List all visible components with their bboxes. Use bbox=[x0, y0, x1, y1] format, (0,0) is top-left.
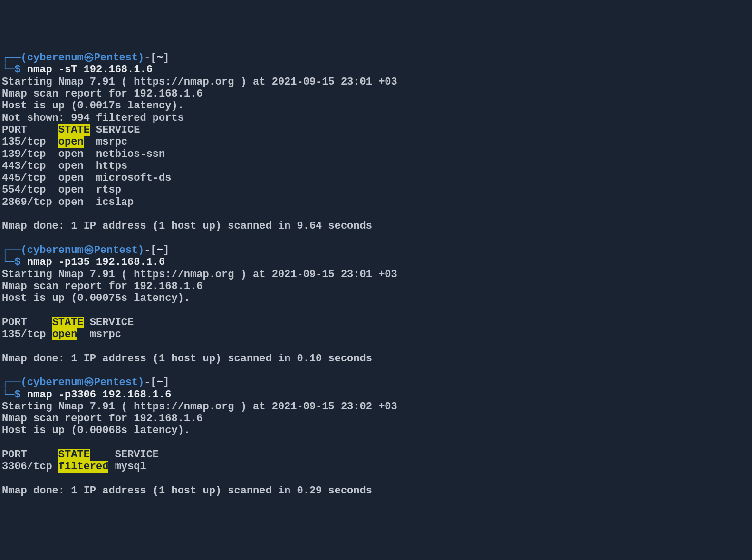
command-input[interactable]: nmap -sT 192.168.1.6 bbox=[27, 64, 153, 76]
nmap-header-port: PORT bbox=[2, 449, 58, 461]
nmap-row-state: open bbox=[58, 184, 84, 196]
prompt-bracket-close: ] bbox=[163, 52, 169, 64]
prompt-dollar: $ bbox=[14, 64, 20, 76]
nmap-row-state: open bbox=[58, 136, 84, 148]
prompt-at: ㉿ bbox=[84, 377, 94, 388]
nmap-row-port: 135/tcp bbox=[2, 136, 58, 148]
nmap-row-service: mysql bbox=[108, 461, 146, 473]
nmap-row-port: 554/tcp bbox=[2, 184, 58, 196]
nmap-row-service: msrpc bbox=[84, 136, 127, 148]
nmap-row-port: 445/tcp bbox=[2, 172, 58, 184]
nmap-row-service: rtsp bbox=[84, 184, 121, 196]
terminal-window[interactable]: ┌──(cyberenum㉿Pentest)-[~]└─$ nmap -sT 1… bbox=[2, 52, 750, 497]
prompt-bracket-open: [ bbox=[150, 244, 156, 256]
prompt-user: cyberenum bbox=[27, 244, 84, 256]
nmap-row-service: icslap bbox=[84, 196, 134, 208]
prompt-cwd: ~ bbox=[157, 52, 163, 64]
nmap-row-service: https bbox=[84, 160, 127, 172]
prompt-dash: - bbox=[144, 377, 150, 388]
prompt-dash: - bbox=[144, 52, 150, 64]
prompt-host: Pentest bbox=[94, 244, 138, 256]
prompt-paren-close: ) bbox=[138, 377, 144, 388]
nmap-row-state: open bbox=[58, 148, 84, 160]
prompt-at: ㉿ bbox=[84, 244, 94, 256]
nmap-row-state: open bbox=[58, 196, 84, 208]
nmap-report: Nmap scan report for 192.168.1.6 bbox=[2, 280, 202, 292]
prompt-user: cyberenum bbox=[27, 52, 84, 64]
prompt-at: ㉿ bbox=[84, 52, 94, 64]
prompt-paren-close: ) bbox=[138, 244, 144, 256]
prompt-dollar: $ bbox=[14, 389, 20, 401]
nmap-hostup: Host is up (0.00075s latency). bbox=[2, 292, 190, 304]
nmap-row-port: 139/tcp bbox=[2, 148, 58, 160]
nmap-starting: Starting Nmap 7.91 ( https://nmap.org ) … bbox=[2, 269, 397, 280]
nmap-header-service: SERVICE bbox=[90, 124, 140, 136]
nmap-header-state: STATE bbox=[58, 124, 90, 136]
nmap-notshown: Not shown: 994 filtered ports bbox=[2, 112, 184, 124]
nmap-starting: Starting Nmap 7.91 ( https://nmap.org ) … bbox=[2, 76, 397, 88]
prompt-box-bottom: └─ bbox=[2, 389, 14, 401]
prompt-cwd: ~ bbox=[157, 377, 163, 388]
nmap-header-state: STATE bbox=[58, 449, 90, 461]
nmap-done: Nmap done: 1 IP address (1 host up) scan… bbox=[2, 353, 372, 365]
nmap-hostup: Host is up (0.00068s latency). bbox=[2, 425, 190, 436]
nmap-report: Nmap scan report for 192.168.1.6 bbox=[2, 88, 202, 100]
prompt-dash: - bbox=[144, 244, 150, 256]
nmap-done: Nmap done: 1 IP address (1 host up) scan… bbox=[2, 220, 372, 232]
nmap-row-service: netbios-ssn bbox=[84, 148, 165, 160]
nmap-row-port: 2869/tcp bbox=[2, 196, 58, 208]
nmap-row-state: open bbox=[58, 160, 84, 172]
nmap-header-state: STATE bbox=[52, 317, 84, 328]
prompt-paren-open: ( bbox=[21, 52, 27, 64]
prompt-line-bottom: └─$ nmap -p3306 192.168.1.6 bbox=[2, 389, 750, 401]
nmap-header-service: SERVICE bbox=[84, 317, 134, 328]
prompt-cwd: ~ bbox=[157, 244, 163, 256]
nmap-row-state: open bbox=[58, 172, 84, 184]
prompt-paren-open: ( bbox=[21, 377, 27, 388]
prompt-box-bottom: └─ bbox=[2, 256, 14, 268]
nmap-row-service: microsoft-ds bbox=[84, 172, 172, 184]
prompt-line-bottom: └─$ nmap -sT 192.168.1.6 bbox=[2, 64, 750, 76]
prompt-bracket-close: ] bbox=[163, 244, 169, 256]
nmap-row-port: 443/tcp bbox=[2, 160, 58, 172]
prompt-user: cyberenum bbox=[27, 377, 84, 388]
prompt-line-top: ┌──(cyberenum㉿Pentest)-[~] bbox=[2, 244, 750, 256]
prompt-host: Pentest bbox=[94, 377, 138, 388]
nmap-row-port: 135/tcp bbox=[2, 328, 52, 340]
prompt-line-bottom: └─$ nmap -p135 192.168.1.6 bbox=[2, 256, 750, 268]
prompt-box-top: ┌── bbox=[2, 244, 21, 256]
nmap-header-service: SERVICE bbox=[90, 449, 159, 461]
prompt-host: Pentest bbox=[94, 52, 138, 64]
prompt-dollar: $ bbox=[14, 256, 20, 268]
prompt-line-top: ┌──(cyberenum㉿Pentest)-[~] bbox=[2, 377, 750, 388]
prompt-bracket-open: [ bbox=[150, 52, 156, 64]
nmap-row-state: filtered bbox=[58, 461, 109, 473]
prompt-paren-open: ( bbox=[21, 244, 27, 256]
prompt-paren-close: ) bbox=[138, 52, 144, 64]
prompt-box-top: ┌── bbox=[2, 377, 21, 388]
command-input[interactable]: nmap -p135 192.168.1.6 bbox=[27, 256, 165, 268]
prompt-bracket-close: ] bbox=[163, 377, 169, 388]
prompt-bracket-open: [ bbox=[150, 377, 156, 388]
prompt-box-bottom: └─ bbox=[2, 64, 14, 76]
nmap-header-port: PORT bbox=[2, 124, 58, 136]
nmap-hostup: Host is up (0.0017s latency). bbox=[2, 100, 184, 112]
nmap-done: Nmap done: 1 IP address (1 host up) scan… bbox=[2, 485, 372, 497]
nmap-header-port: PORT bbox=[2, 317, 52, 328]
nmap-report: Nmap scan report for 192.168.1.6 bbox=[2, 413, 202, 425]
nmap-starting: Starting Nmap 7.91 ( https://nmap.org ) … bbox=[2, 401, 397, 413]
prompt-line-top: ┌──(cyberenum㉿Pentest)-[~] bbox=[2, 52, 750, 64]
prompt-box-top: ┌── bbox=[2, 52, 21, 64]
nmap-row-service: msrpc bbox=[77, 328, 121, 340]
nmap-row-port: 3306/tcp bbox=[2, 461, 58, 473]
command-input[interactable]: nmap -p3306 192.168.1.6 bbox=[27, 389, 172, 401]
nmap-row-state: open bbox=[52, 328, 77, 340]
